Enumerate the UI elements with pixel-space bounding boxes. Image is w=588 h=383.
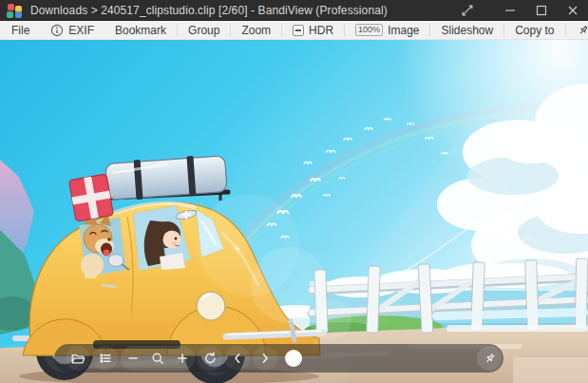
floating-toolbar [54, 344, 503, 373]
window-controls [451, 0, 588, 21]
file-menu-label: File [11, 24, 29, 37]
rotate-icon [202, 351, 218, 366]
slideshow-label: Slideshow [441, 24, 493, 37]
previous-image-icon [230, 351, 245, 366]
image-menu-button[interactable]: 100% Image [345, 24, 429, 37]
next-image-icon [257, 351, 273, 366]
zoom-out-button[interactable] [121, 346, 145, 371]
rotate-button[interactable] [198, 346, 222, 371]
zoom-menu-button[interactable]: Zoom [231, 24, 281, 37]
red-giftbox [68, 174, 113, 221]
zoom-lens-icon [150, 351, 165, 366]
bookmark-label: Bookmark [115, 24, 166, 37]
zoom-level-badge: 100% [355, 24, 383, 36]
info-icon [50, 24, 64, 37]
group-label: Group [188, 24, 219, 37]
maximize-icon[interactable] [525, 0, 557, 21]
folder-open-icon [70, 351, 85, 366]
position-dot[interactable] [285, 350, 302, 367]
thumbnails-list-icon [98, 351, 113, 366]
main-toolbar: File EXIF Bookmark Group Zoom HDR 100% [0, 21, 588, 40]
hdr-checkbox-icon[interactable] [293, 25, 304, 36]
hdr-toggle[interactable]: HDR [282, 24, 344, 37]
slideshow-button[interactable]: Slideshow [430, 24, 503, 37]
copy-to-label: Copy to [515, 24, 554, 37]
toolbar-right-group: Bookmark Group Zoom HDR 100% Image Slide… [104, 24, 588, 37]
app-logo-icon [7, 3, 23, 18]
pin-overlay-button[interactable] [477, 346, 502, 371]
zoom-out-icon [125, 351, 141, 366]
thumbnail-list-button[interactable] [93, 346, 118, 371]
exif-label: EXIF [68, 24, 94, 37]
zoom-label: Zoom [241, 24, 271, 37]
fullscreen-icon[interactable] [451, 0, 483, 21]
file-menu[interactable]: File [8, 24, 40, 37]
bookmark-button[interactable]: Bookmark [104, 24, 177, 37]
image-label: Image [388, 24, 419, 37]
close-icon[interactable] [557, 0, 588, 21]
headlight [197, 292, 225, 320]
copy-to-button[interactable]: Copy to [504, 24, 564, 37]
previous-image-button[interactable] [225, 346, 250, 371]
zoom-control-group [121, 346, 195, 371]
hdr-label: HDR [309, 24, 333, 37]
group-button[interactable]: Group [178, 24, 230, 37]
open-folder-button[interactable] [66, 346, 90, 371]
exif-button[interactable]: EXIF [40, 24, 104, 37]
window-title: Downloads > 240517_clipstudio.clip [2/60… [30, 4, 388, 17]
zoom-lens-button[interactable] [145, 346, 170, 371]
bandiview-window: Downloads > 240517_clipstudio.clip [2/60… [0, 0, 588, 383]
pin-icon [577, 24, 588, 37]
door-handle [103, 285, 116, 287]
minimize-icon[interactable] [494, 0, 525, 21]
pin-toolbar-button[interactable] [566, 24, 588, 37]
image-viewport[interactable] [0, 40, 588, 383]
titlebar: Downloads > 240517_clipstudio.clip [2/60… [0, 0, 588, 21]
next-image-button[interactable] [253, 346, 277, 371]
zoom-in-icon [175, 351, 190, 366]
zoom-in-button[interactable] [170, 346, 195, 371]
viewer-image [0, 40, 588, 383]
pin-icon [483, 352, 497, 366]
